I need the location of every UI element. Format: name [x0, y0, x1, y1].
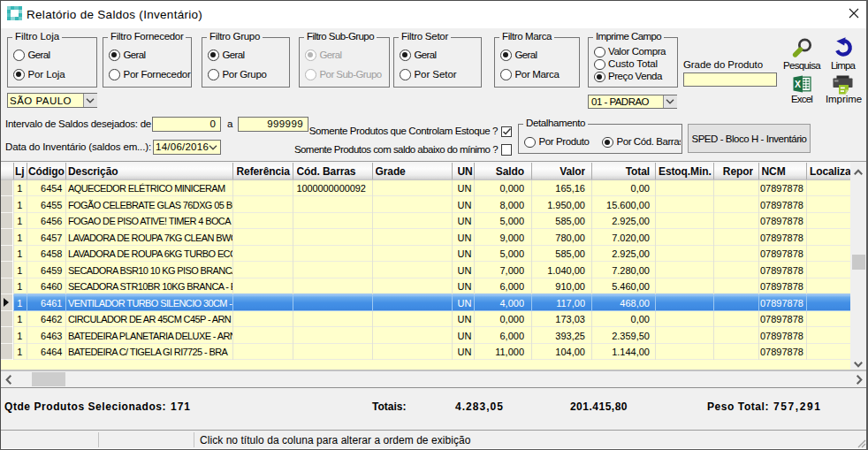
- svg-text:X: X: [795, 79, 801, 89]
